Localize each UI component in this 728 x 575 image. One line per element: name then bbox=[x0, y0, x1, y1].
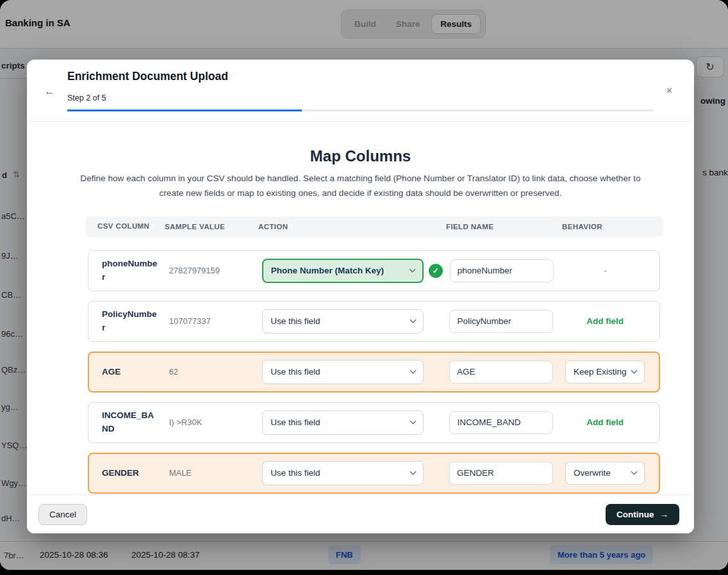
action-cell: Use this field bbox=[262, 410, 442, 435]
field-name-input[interactable] bbox=[449, 360, 553, 384]
action-select[interactable]: Use this field bbox=[262, 410, 424, 435]
action-cell: Use this field bbox=[262, 360, 442, 384]
sample-value: 107077337 bbox=[169, 316, 253, 326]
arrow-right-icon: → bbox=[660, 510, 669, 519]
continue-button[interactable]: Continue → bbox=[606, 504, 679, 525]
sample-value: 27827979159 bbox=[169, 266, 252, 275]
progress-fill bbox=[67, 109, 302, 111]
action-cell: Use this field bbox=[262, 461, 442, 485]
cancel-button[interactable]: Cancel bbox=[38, 504, 87, 525]
behavior-cell: - bbox=[566, 266, 645, 275]
modal-title: Enrichment Document Upload bbox=[67, 70, 228, 83]
field-name-cell bbox=[449, 310, 553, 333]
action-select[interactable]: Phone Number (Match Key) bbox=[262, 259, 424, 283]
csv-column-name: phoneNumber bbox=[102, 257, 159, 284]
behavior-cell: Add field bbox=[565, 417, 645, 427]
sample-value: I) >R30K bbox=[169, 417, 253, 427]
app-window: Banking in SA Build Share Results cripts… bbox=[0, 0, 728, 570]
field-name-input[interactable] bbox=[450, 259, 554, 282]
sample-value: 62 bbox=[169, 367, 252, 377]
field-name-input[interactable] bbox=[449, 411, 553, 434]
add-field-link[interactable]: Add field bbox=[586, 316, 624, 326]
mapping-row: phoneNumber 27827979159 Phone Number (Ma… bbox=[88, 250, 660, 291]
mapping-row: GENDER MALE Use this field Overwrite bbox=[88, 453, 660, 494]
header-behavior: BEHAVIOR bbox=[562, 223, 641, 231]
table-header: CSV COLUMN SAMPLE VALUE ACTION FIELD NAM… bbox=[85, 216, 663, 237]
action-select-value: Use this field bbox=[270, 316, 320, 326]
progress-bar bbox=[67, 109, 654, 111]
modal-footer: Cancel Continue → bbox=[27, 494, 694, 533]
modal-header: ← Enrichment Document Upload Step 2 of 5… bbox=[27, 60, 694, 122]
mapping-row: PolicyNumber 107077337 Use this field Ad… bbox=[88, 301, 660, 342]
action-select-value: Use this field bbox=[270, 468, 320, 478]
chevron-down-icon bbox=[410, 368, 417, 374]
chevron-down-icon bbox=[631, 368, 638, 374]
sample-value: MALE bbox=[169, 468, 252, 478]
mapping-rows: phoneNumber 27827979159 Phone Number (Ma… bbox=[88, 250, 660, 494]
header-csv-column: CSV COLUMN bbox=[97, 221, 155, 232]
close-icon[interactable]: ✕ bbox=[666, 86, 673, 95]
map-columns-description: Define how each column in your CSV shoul… bbox=[70, 172, 651, 201]
behavior-cell: Overwrite bbox=[565, 462, 645, 485]
csv-column-name: AGE bbox=[102, 366, 160, 378]
field-name-cell bbox=[449, 360, 553, 384]
field-name-cell bbox=[449, 411, 553, 434]
chevron-down-icon bbox=[410, 469, 417, 475]
behavior-select-value: Overwrite bbox=[574, 468, 611, 478]
mapping-row: INCOME_BAND I) >R30K Use this field Add … bbox=[88, 402, 660, 443]
action-select[interactable]: Use this field bbox=[262, 360, 424, 384]
add-field-link[interactable]: Add field bbox=[586, 417, 624, 427]
action-select-value: Use this field bbox=[270, 367, 320, 377]
header-field-name: FIELD NAME bbox=[446, 223, 550, 231]
continue-label: Continue bbox=[616, 510, 654, 519]
step-label: Step 2 of 5 bbox=[67, 93, 106, 102]
field-name-input[interactable] bbox=[449, 310, 553, 333]
action-select[interactable]: Use this field bbox=[262, 309, 424, 334]
chevron-down-icon bbox=[631, 469, 638, 475]
enrichment-upload-modal: ← Enrichment Document Upload Step 2 of 5… bbox=[27, 60, 694, 533]
map-columns-heading: Map Columns bbox=[27, 147, 694, 165]
action-select[interactable]: Use this field bbox=[262, 461, 424, 485]
mapping-row: AGE 62 Use this field Keep Existing bbox=[88, 352, 660, 393]
csv-column-name: PolicyNumber bbox=[102, 308, 160, 334]
action-cell: Phone Number (Match Key) ✓ bbox=[262, 259, 443, 283]
behavior-cell: Add field bbox=[565, 316, 645, 326]
field-name-cell bbox=[450, 259, 554, 282]
back-arrow-icon[interactable]: ← bbox=[44, 85, 55, 98]
behavior-select[interactable]: Keep Existing bbox=[565, 360, 645, 384]
behavior-none: - bbox=[604, 266, 606, 275]
header-action: ACTION bbox=[258, 223, 439, 231]
csv-column-name: GENDER bbox=[102, 467, 160, 480]
chevron-down-icon bbox=[410, 317, 417, 323]
modal-body: Map Columns Define how each column in yo… bbox=[27, 122, 694, 494]
behavior-select[interactable]: Overwrite bbox=[565, 462, 645, 485]
header-sample-value: SAMPLE VALUE bbox=[165, 223, 249, 231]
action-select-value: Use this field bbox=[270, 417, 320, 427]
check-icon: ✓ bbox=[429, 264, 443, 278]
csv-column-name: INCOME_BAND bbox=[102, 409, 160, 435]
field-name-input[interactable] bbox=[449, 462, 553, 485]
chevron-down-icon bbox=[409, 266, 415, 273]
behavior-cell: Keep Existing bbox=[565, 360, 645, 384]
action-cell: Use this field bbox=[262, 309, 442, 334]
behavior-select-value: Keep Existing bbox=[574, 367, 627, 377]
chevron-down-icon bbox=[410, 418, 417, 425]
field-name-cell bbox=[449, 462, 553, 485]
action-select-value: Phone Number (Match Key) bbox=[271, 266, 384, 275]
